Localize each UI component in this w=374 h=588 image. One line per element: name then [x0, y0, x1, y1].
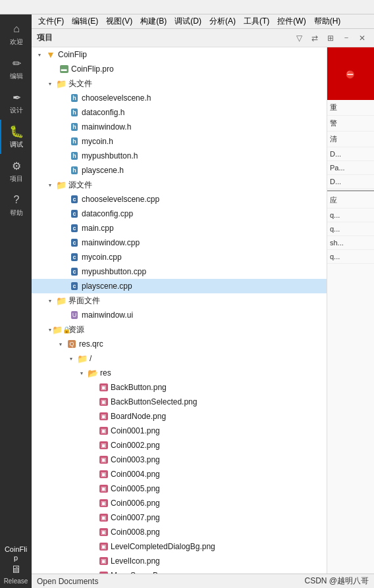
tree-item-chooselevelscene-cpp[interactable]: cchooselevelscene.cpp: [32, 192, 327, 207]
tree-label-headers: 头文件: [68, 78, 92, 89]
tree-item-sources[interactable]: ▼📁源文件: [32, 178, 327, 192]
tree-item-mycoin-cpp[interactable]: cmycoin.cpp: [32, 250, 327, 264]
tree-label-backbutton-png: BackButton.png: [111, 383, 167, 392]
tree-item-chooselevelscene-h[interactable]: hchooselevelscene.h: [32, 91, 327, 105]
tree-label-coinflip-root: CoinFlip: [58, 50, 87, 59]
expand-icon-boardnode-png: [87, 411, 97, 422]
menu-analyze[interactable]: 分析(A): [205, 14, 240, 28]
edit-icon: ✏: [9, 56, 24, 70]
tree-item-mypushbutton-h[interactable]: hmypushbutton.h: [32, 149, 327, 163]
tree-label-mainwindow-h: mainwindow.h: [82, 122, 131, 132]
expand-icon-mainwindow-h: [58, 122, 68, 132]
activity-label-project: 项目: [10, 174, 23, 184]
tree-item-coinflip-pro[interactable]: ▬CoinFlip.pro: [32, 62, 327, 76]
menu-tools[interactable]: 工具(T): [240, 14, 273, 28]
expand-icon-coin0001-png: [87, 426, 97, 436]
expand-icon-mainwindow-ui: [58, 310, 68, 320]
tree-item-slash[interactable]: ▼📁/: [32, 351, 327, 366]
expand-icon-playscene-h: [58, 165, 68, 176]
file-icon-backbutton-png: ▣: [97, 382, 109, 393]
expand-icon-coin0007-png: [87, 512, 97, 523]
activity-bottom-coinflip[interactable]: CoinFlip 🖥 Release: [0, 549, 32, 583]
expand-icon-main-cpp: [58, 223, 68, 233]
activity-item-debug[interactable]: 🐛 调试: [0, 120, 32, 154]
close-button[interactable]: ✕: [356, 32, 369, 45]
tree-item-boardnode-png[interactable]: ▣BoardNode.png: [32, 409, 327, 424]
tree-item-forms[interactable]: ▼📁界面文件: [32, 293, 327, 308]
menu-file[interactable]: 文件(F): [34, 14, 68, 28]
tree-item-res-folder[interactable]: ▼📂res: [32, 366, 327, 380]
tree-item-playscene-h[interactable]: hplayscene.h: [32, 163, 327, 178]
expand-icon-res-qrc: ▼: [55, 339, 66, 349]
tree-item-dataconfig-cpp[interactable]: cdataconfig.cpp: [32, 207, 327, 221]
file-icon-mainwindow-cpp: c: [68, 237, 80, 248]
project-icon: ⚙: [9, 159, 24, 173]
tree-item-playscene-cpp[interactable]: cplayscene.cpp: [32, 279, 327, 293]
tree-item-mainwindow-cpp[interactable]: cmainwindow.cpp: [32, 235, 327, 250]
tree-item-coin0004-png[interactable]: ▣Coin0004.png: [32, 467, 327, 481]
tree-label-coin0003-png: Coin0003.png: [111, 455, 160, 464]
menu-debug[interactable]: 调试(D): [171, 14, 205, 28]
expand-icon-mainwindow-cpp: [58, 237, 68, 248]
tree-item-coin0006-png[interactable]: ▣Coin0006.png: [32, 496, 327, 510]
menu-edit[interactable]: 编辑(E): [68, 14, 102, 28]
tree-item-coin0005-png[interactable]: ▣Coin0005.png: [32, 481, 327, 496]
tree-label-forms: 界面文件: [68, 295, 100, 306]
tree-item-coin0001-png[interactable]: ▣Coin0001.png: [32, 424, 327, 438]
monitor-icon: 🖥: [9, 564, 23, 576]
file-icon-coinflip-pro: ▬: [58, 64, 70, 74]
tree-item-menuscenebg-png[interactable]: ▣MenuSceneBg.png: [32, 568, 327, 574]
tree-item-mypushbutton-cpp[interactable]: cmypushbutton.cpp: [32, 264, 327, 279]
tree-item-main-cpp[interactable]: cmain.cpp: [32, 221, 327, 235]
tree-item-coin0008-png[interactable]: ▣Coin0008.png: [32, 525, 327, 539]
tree-item-backbutton-png[interactable]: ▣BackButton.png: [32, 380, 327, 395]
tree-item-levelicon-png[interactable]: ▣LevelIcon.png: [32, 554, 327, 568]
file-icon-coin0005-png: ▣: [97, 483, 109, 494]
menu-controls[interactable]: 控件(W): [273, 14, 309, 28]
expand-icon-slash: ▼: [66, 353, 76, 364]
tree-item-dataconfig-h[interactable]: hdataconfig.h: [32, 105, 327, 120]
menu-build[interactable]: 构建(B): [136, 14, 171, 28]
project-tree[interactable]: ▼▼CoinFlip▬CoinFlip.pro▼📁头文件hchooselevel…: [32, 47, 327, 574]
tree-label-mypushbutton-h: mypushbutton.h: [82, 151, 138, 160]
tree-item-coin0002-png[interactable]: ▣Coin0002.png: [32, 438, 327, 453]
tree-label-levelicon-png: LevelIcon.png: [111, 556, 160, 566]
file-icon-res-qrc: Q: [66, 339, 78, 349]
grid-plus-button[interactable]: ⊞: [324, 32, 337, 45]
expand-icon-backbutton-png: [87, 382, 97, 393]
tree-item-coin0003-png[interactable]: ▣Coin0003.png: [32, 453, 327, 467]
tree-item-mainwindow-ui[interactable]: Umainwindow.ui: [32, 308, 327, 322]
activity-item-project[interactable]: ⚙ 项目: [0, 154, 32, 188]
menu-view[interactable]: 视图(V): [102, 14, 136, 28]
tree-label-main-cpp: main.cpp: [82, 224, 114, 233]
activity-item-design[interactable]: ✒ 设计: [0, 86, 32, 120]
activity-item-help[interactable]: ? 帮助: [0, 188, 32, 222]
activity-label-design: 设计: [10, 106, 23, 115]
coinflip-icon: CoinFlip: [4, 547, 28, 561]
minus-button[interactable]: －: [340, 32, 353, 45]
app-window: ⌂ 欢迎 ✏ 编辑 ✒ 设计 🐛 调试 ⚙ 项目 ? 帮助: [0, 0, 374, 588]
link-button[interactable]: ⇄: [308, 32, 321, 45]
filter-button[interactable]: ▽: [292, 32, 306, 45]
file-icon-playscene-h: h: [68, 165, 80, 176]
file-icon-sources: 📁: [55, 180, 67, 190]
tree-item-levelcompleteddialogbg-png[interactable]: ▣LevelCompletedDialogBg.png: [32, 539, 327, 554]
activity-label-help: 帮助: [10, 208, 23, 218]
tree-item-resources[interactable]: ▼📁🔒资源: [32, 322, 327, 337]
tree-item-coin0007-png[interactable]: ▣Coin0007.png: [32, 510, 327, 525]
tree-item-headers[interactable]: ▼📁头文件: [32, 76, 327, 91]
file-icon-main-cpp: c: [68, 223, 80, 233]
expand-icon-sources: ▼: [45, 180, 55, 190]
expand-icon-res-folder: ▼: [76, 368, 87, 378]
menu-bar: [0, 0, 374, 14]
expand-icon-forms: ▼: [45, 295, 55, 306]
menu-help[interactable]: 帮助(H): [310, 14, 345, 28]
tree-item-res-qrc[interactable]: ▼Qres.qrc: [32, 337, 327, 351]
activity-item-welcome[interactable]: ⌂ 欢迎: [0, 17, 32, 51]
right-panel-q2: q...: [327, 222, 374, 236]
tree-item-mycoin-h[interactable]: hmycoin.h: [32, 134, 327, 149]
tree-item-backbuttonselected-png[interactable]: ▣BackButtonSelected.png: [32, 395, 327, 409]
activity-item-edit[interactable]: ✏ 编辑: [0, 51, 32, 86]
tree-item-coinflip-root[interactable]: ▼▼CoinFlip: [32, 47, 327, 62]
tree-item-mainwindow-h[interactable]: hmainwindow.h: [32, 120, 327, 134]
